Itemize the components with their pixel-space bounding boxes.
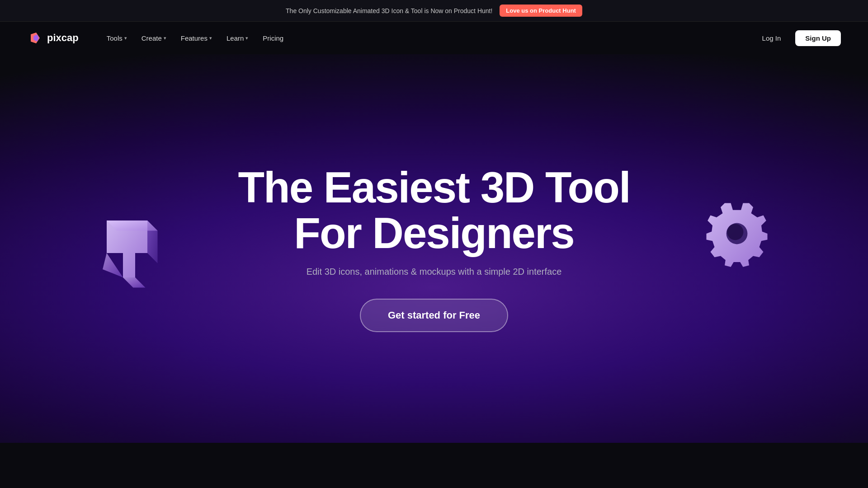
hero-cta-button[interactable]: Get started for Free xyxy=(360,299,508,332)
nav-links: Tools ▾ Create ▾ Features ▾ Learn ▾ Pric… xyxy=(100,31,755,46)
hero-content: The Easiest 3D Tool For Designers Edit 3… xyxy=(238,165,630,333)
tools-chevron-icon: ▾ xyxy=(124,35,127,41)
nav-actions: Log In Sign Up xyxy=(755,30,841,46)
navbar: pixcap Tools ▾ Create ▾ Features ▾ Learn… xyxy=(0,22,868,54)
nav-item-pricing[interactable]: Pricing xyxy=(256,31,290,46)
learn-chevron-icon: ▾ xyxy=(245,35,248,41)
create-chevron-icon: ▾ xyxy=(164,35,166,41)
announcement-bar: The Only Customizable Animated 3D Icon &… xyxy=(0,0,868,22)
login-button[interactable]: Log In xyxy=(755,31,788,46)
nav-item-features[interactable]: Features ▾ xyxy=(175,31,218,46)
gear-3d-icon xyxy=(696,193,778,274)
logo[interactable]: pixcap xyxy=(27,30,79,46)
hero-subtitle: Edit 3D icons, animations & mockups with… xyxy=(238,267,630,277)
nav-item-create[interactable]: Create ▾ xyxy=(135,31,173,46)
hero-deco-left xyxy=(90,212,172,303)
logo-icon xyxy=(27,30,43,46)
features-chevron-icon: ▾ xyxy=(209,35,212,41)
svg-marker-5 xyxy=(103,253,123,277)
arrow-3d-icon xyxy=(90,212,172,294)
nav-item-learn[interactable]: Learn ▾ xyxy=(220,31,255,46)
logo-text: pixcap xyxy=(47,32,79,44)
svg-marker-3 xyxy=(123,277,146,288)
hero-title: The Easiest 3D Tool For Designers xyxy=(238,165,630,256)
svg-point-7 xyxy=(727,224,743,240)
announcement-text: The Only Customizable Animated 3D Icon &… xyxy=(286,7,492,14)
product-hunt-button[interactable]: Love us on Product Hunt xyxy=(500,5,582,17)
signup-button[interactable]: Sign Up xyxy=(795,30,841,46)
nav-item-tools[interactable]: Tools ▾ xyxy=(100,31,133,46)
hero-section: The Easiest 3D Tool For Designers Edit 3… xyxy=(0,54,868,443)
hero-deco-right xyxy=(696,193,778,283)
